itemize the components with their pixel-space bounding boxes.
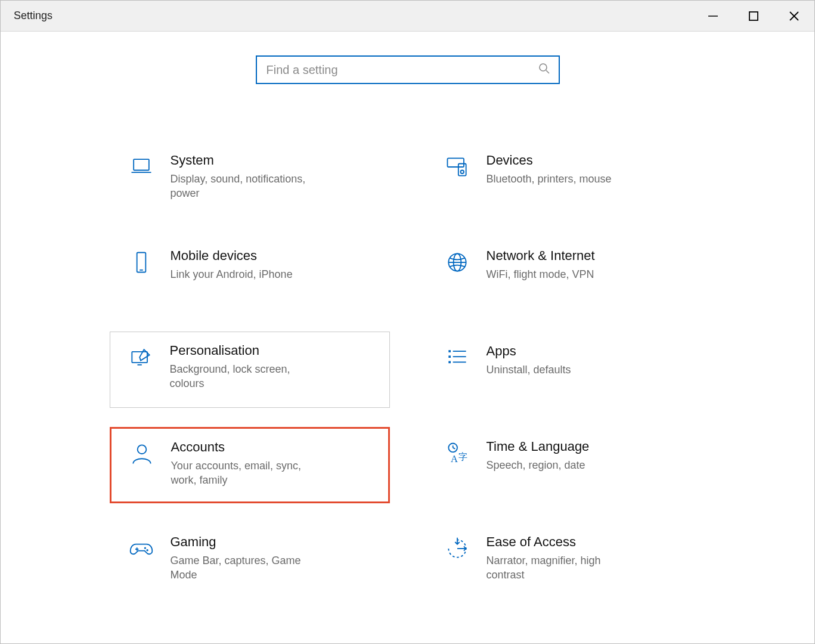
tile-apps[interactable]: Apps Uninstall, defaults <box>426 332 706 408</box>
window-title: Settings <box>14 10 52 22</box>
tile-desc: Display, sound, notifications, power <box>171 172 326 201</box>
svg-text:字: 字 <box>458 452 467 462</box>
svg-rect-13 <box>137 253 145 273</box>
globe-icon <box>439 248 476 275</box>
content-area: System Display, sound, notifications, po… <box>1 32 814 643</box>
apps-icon <box>439 343 476 371</box>
tile-title: Gaming <box>171 534 377 550</box>
tile-title: Mobile devices <box>171 248 377 264</box>
tile-title: Devices <box>486 153 693 168</box>
tile-personalisation[interactable]: Personalisation Background, lock screen,… <box>110 332 390 408</box>
tile-title: Ease of Access <box>486 534 693 550</box>
svg-rect-6 <box>134 159 149 170</box>
titlebar: Settings <box>1 1 814 32</box>
person-icon <box>123 439 160 467</box>
tile-desc: Uninstall, defaults <box>486 363 642 377</box>
svg-rect-24 <box>448 361 451 364</box>
search-box[interactable] <box>256 55 560 84</box>
tile-mobile[interactable]: Mobile devices Link your Android, iPhone <box>110 236 390 312</box>
tile-desc: Narrator, magnifier, high contrast <box>486 553 642 583</box>
svg-line-29 <box>453 448 455 449</box>
svg-rect-1 <box>749 12 758 20</box>
search-icon <box>538 63 550 77</box>
svg-point-4 <box>540 64 547 71</box>
ease-of-access-icon <box>439 534 476 562</box>
tile-devices[interactable]: Devices Bluetooth, printers, mouse <box>426 141 706 217</box>
tile-accounts[interactable]: Accounts Your accounts, email, sync, wor… <box>110 427 390 503</box>
svg-text:A: A <box>451 453 458 465</box>
close-icon <box>789 11 799 21</box>
tile-desc: Link your Android, iPhone <box>171 267 326 281</box>
svg-rect-20 <box>448 350 451 352</box>
tile-title: Apps <box>486 343 693 359</box>
svg-rect-8 <box>447 158 464 167</box>
tile-title: Accounts <box>171 439 376 455</box>
svg-point-34 <box>144 547 145 549</box>
tile-title: Network & Internet <box>486 248 693 264</box>
tile-time-language[interactable]: A 字 Time & Language Speech, region, date <box>426 427 706 503</box>
window-controls <box>693 1 814 31</box>
time-language-icon: A 字 <box>439 439 476 466</box>
minimize-icon <box>708 11 718 21</box>
phone-icon <box>123 248 160 275</box>
svg-point-26 <box>137 445 146 454</box>
svg-line-5 <box>546 70 549 73</box>
devices-icon <box>439 153 476 180</box>
svg-point-35 <box>146 549 148 551</box>
tile-desc: Bluetooth, printers, mouse <box>486 172 642 186</box>
tile-desc: Game Bar, captures, Game Mode <box>171 553 326 583</box>
tile-ease-of-access[interactable]: Ease of Access Narrator, magnifier, high… <box>426 522 706 599</box>
tile-desc: Background, lock screen, colours <box>170 362 325 391</box>
tile-network[interactable]: Network & Internet WiFi, flight mode, VP… <box>426 236 706 312</box>
svg-point-27 <box>448 444 457 453</box>
tile-title: System <box>171 153 377 168</box>
tile-desc: Your accounts, email, sync, work, family <box>171 459 326 488</box>
close-button[interactable] <box>774 1 814 31</box>
maximize-button[interactable] <box>733 1 774 31</box>
settings-window: Settings <box>0 0 815 644</box>
tile-desc: Speech, region, date <box>486 458 642 472</box>
gamepad-icon <box>123 534 160 562</box>
tile-title: Time & Language <box>486 439 693 454</box>
tile-desc: WiFi, flight mode, VPN <box>486 267 642 281</box>
svg-rect-22 <box>448 355 451 358</box>
laptop-icon <box>123 153 160 180</box>
minimize-button[interactable] <box>693 1 733 31</box>
svg-point-12 <box>460 171 464 174</box>
maximize-icon <box>749 11 758 21</box>
tile-system[interactable]: System Display, sound, notifications, po… <box>110 141 390 217</box>
settings-grid: System Display, sound, notifications, po… <box>110 141 706 599</box>
tile-title: Personalisation <box>170 343 377 358</box>
tile-gaming[interactable]: Gaming Game Bar, captures, Game Mode <box>110 522 390 599</box>
personalisation-icon <box>122 343 159 370</box>
search-input[interactable] <box>265 63 532 78</box>
